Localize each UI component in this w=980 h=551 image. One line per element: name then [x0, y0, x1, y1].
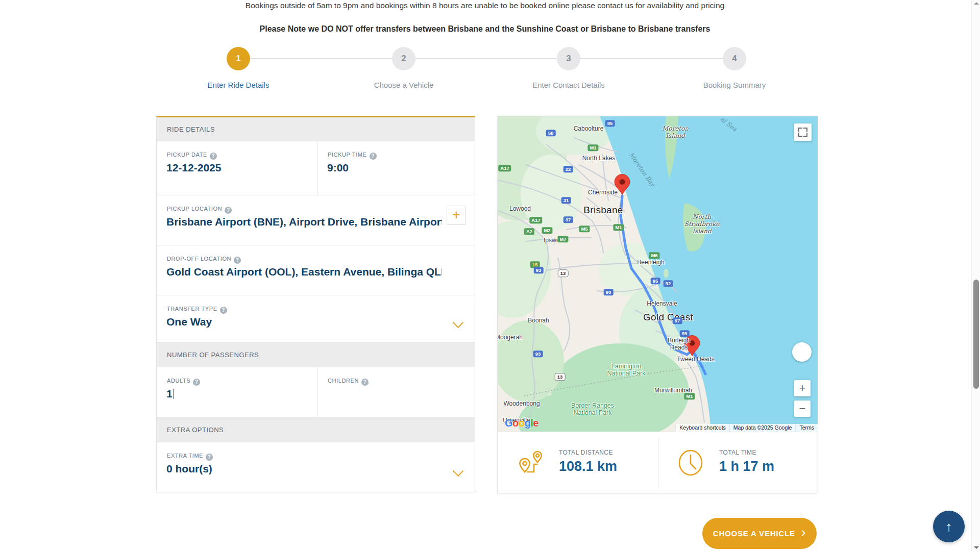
ride-details-form: RIDE DETAILS PICKUP DATE? 12-12-2025 PIC… [156, 116, 475, 492]
transfer-type-row: TRANSFER TYPE? One Way [157, 295, 475, 342]
dropoff-location-row: DROP-OFF LOCATION? Gold Coast Airport (O… [157, 245, 475, 295]
total-distance-label: TOTAL DISTANCE [559, 449, 613, 456]
column-divider [317, 141, 317, 195]
page-scrollbar[interactable] [971, 0, 980, 551]
transfer-type-label: TRANSFER TYPE? [167, 306, 227, 314]
children-label: CHILDREN? [328, 378, 369, 386]
total-time-value: 1 h 17 m [719, 459, 774, 474]
zoom-out-button[interactable]: − [794, 400, 811, 417]
extra-time-label: EXTRA TIME? [167, 453, 213, 461]
add-stop-button[interactable]: + [447, 206, 466, 225]
step-2-label: Choose a Vehicle [374, 81, 434, 89]
transfer-type-select[interactable]: One Way [166, 316, 212, 328]
choose-vehicle-button[interactable]: CHOOSE A VEHICLE› [702, 518, 817, 549]
step-2-circle[interactable]: 2 [392, 47, 415, 70]
booking-page: Bookings outside of 5am to 9pm and booki… [0, 0, 980, 551]
terms-link[interactable]: Terms [795, 424, 818, 432]
google-map[interactable]: CabooltureMoreton IslandNorth LakesMoret… [498, 116, 818, 432]
column-divider [317, 367, 317, 417]
scrollbar-thumb[interactable] [973, 280, 979, 389]
help-icon[interactable]: ? [370, 153, 377, 160]
scrollbar-up-arrow[interactable] [974, 2, 979, 5]
map-panel: CabooltureMoreton IslandNorth LakesMoret… [497, 116, 817, 493]
pickup-date-label: PICKUP DATE? [167, 152, 217, 160]
map-data-text: Map data ©2025 Google [729, 424, 796, 432]
pickup-location-row: PICKUP LOCATION? Brisbane Airport (BNE),… [157, 195, 475, 245]
pan-down-icon [800, 355, 804, 359]
pan-left-icon [795, 350, 799, 354]
total-distance-cell: TOTAL DISTANCE 108.1 km [498, 432, 658, 493]
total-time-label: TOTAL TIME [719, 449, 756, 456]
stepper-connector [238, 58, 734, 59]
step-4-label: Booking Summary [703, 81, 766, 89]
pickup-date-field[interactable]: 12-12-2025 [166, 162, 221, 174]
total-time-cell: TOTAL TIME 1 h 17 m [658, 432, 817, 493]
google-logo: Google [505, 417, 538, 429]
help-icon[interactable]: ? [225, 207, 232, 214]
help-icon[interactable]: ? [361, 379, 369, 386]
passengers-header: NUMBER OF PASSENGERS [157, 342, 475, 367]
route-pins-icon [516, 448, 545, 477]
step-3-label: Enter Contact Details [532, 81, 605, 89]
pan-right-icon [804, 350, 808, 354]
transfer-restriction-notice: Please Note we DO NOT offer transfers be… [0, 24, 970, 34]
extra-time-row: EXTRA TIME? 0 hour(s) [157, 442, 475, 492]
step-1-label: Enter Ride Details [208, 81, 270, 89]
zoom-in-button[interactable]: + [794, 380, 811, 396]
chevron-down-icon[interactable] [453, 465, 463, 475]
arrow-right-icon: › [801, 524, 806, 540]
trip-totals: TOTAL DISTANCE 108.1 km TOTAL TIME 1 h 1… [498, 432, 817, 493]
total-distance-value: 108.1 km [559, 459, 617, 474]
dropoff-location-label: DROP-OFF LOCATION? [167, 256, 241, 264]
scroll-to-top-button[interactable]: ↑ [933, 511, 965, 542]
extra-options-header: EXTRA OPTIONS [157, 417, 475, 442]
ride-details-header: RIDE DETAILS [157, 117, 475, 141]
help-icon[interactable]: ? [206, 454, 213, 461]
fullscreen-button[interactable] [794, 123, 812, 141]
help-icon[interactable]: ? [193, 379, 200, 386]
pan-control[interactable] [792, 342, 812, 362]
extra-time-select[interactable]: 0 hour(s) [166, 463, 212, 475]
fullscreen-icon [798, 128, 802, 132]
text-caret [173, 389, 174, 399]
map-base [498, 116, 818, 432]
step-4-circle[interactable]: 4 [723, 47, 746, 70]
help-icon[interactable]: ? [220, 307, 227, 314]
adults-input[interactable]: 1 [166, 388, 174, 400]
keyboard-shortcuts-link[interactable]: Keyboard shortcuts [675, 424, 729, 432]
step-3-circle[interactable]: 3 [557, 47, 580, 70]
passengers-row: ADULTS? 1 CHILDREN? [157, 367, 475, 417]
adults-label: ADULTS? [167, 378, 200, 386]
help-icon[interactable]: ? [210, 153, 217, 160]
pickup-date-time-row: PICKUP DATE? 12-12-2025 PICKUP TIME? 9:0… [157, 141, 475, 195]
chevron-down-icon[interactable] [453, 317, 463, 327]
map-attribution: Keyboard shortcuts Map data ©2025 Google… [675, 424, 818, 432]
step-1-circle[interactable]: 1 [227, 47, 250, 70]
pan-up-icon [800, 345, 804, 349]
scrollbar-down-arrow[interactable] [974, 546, 979, 549]
pickup-location-label: PICKUP LOCATION? [167, 206, 232, 214]
pickup-time-field[interactable]: 9:00 [327, 162, 349, 174]
clock-icon [676, 448, 705, 477]
pickup-time-label: PICKUP TIME? [328, 152, 377, 160]
booking-hours-notice: Bookings outside of 5am to 9pm and booki… [0, 1, 970, 10]
pickup-location-field[interactable]: Brisbane Airport (BNE), Airport Drive, B… [166, 216, 442, 228]
help-icon[interactable]: ? [234, 257, 241, 264]
dropoff-location-field[interactable]: Gold Coast Airport (OOL), Eastern Avenue… [166, 266, 442, 278]
